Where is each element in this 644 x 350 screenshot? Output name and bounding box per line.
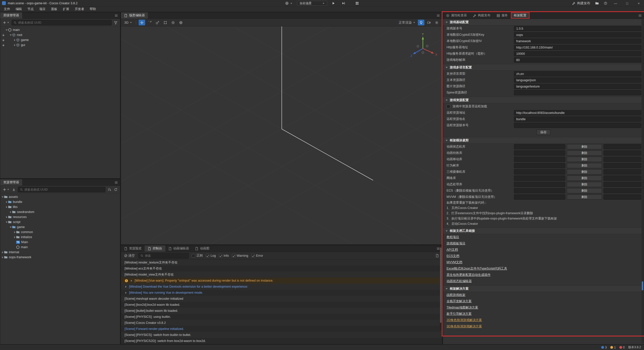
doc-link[interactable]: 全栈开发解决方案	[447, 299, 472, 303]
add-asset-button[interactable]	[2, 187, 10, 192]
chevron-right-icon[interactable]	[13, 44, 16, 47]
menu-item-6[interactable]: 开发者	[72, 7, 87, 12]
prop-input[interactable]: http://192.168.0.150/main/	[514, 45, 641, 50]
doc-link[interactable]: MVVM文档	[447, 260, 462, 265]
assets-search[interactable]	[18, 187, 105, 192]
doc-link[interactable]: ECS文档	[447, 254, 459, 258]
prop-input[interactable]: zh,en	[514, 71, 641, 76]
hierarchy-node-main[interactable]: main	[0, 27, 120, 32]
console-tab-2[interactable]: 动画编辑器	[165, 245, 192, 252]
remote-load-checkbox[interactable]	[447, 105, 450, 108]
console-search-input[interactable]	[145, 254, 187, 257]
doc-link[interactable]: 原生包热更新配置自动生成插件	[447, 273, 491, 277]
lock-icon[interactable]	[2, 34, 5, 36]
step-button[interactable]	[340, 1, 347, 6]
group-header[interactable]: 游戏基础配置	[443, 19, 644, 25]
asset-node-bundle[interactable]: bundle	[0, 199, 120, 204]
doc-link[interactable]: Excel格式转Json文件与TypeScript代码工具	[447, 267, 507, 271]
asset-node-script[interactable]: script	[0, 220, 120, 225]
hierarchy-search-input[interactable]	[18, 21, 110, 24]
help-button[interactable]	[602, 1, 609, 6]
menu-item-4[interactable]: 面板	[48, 7, 60, 12]
chevron-down-icon[interactable]	[445, 66, 448, 69]
inspector-tab-3[interactable]: 框架配置	[511, 12, 530, 19]
inspector-scrollbar[interactable]	[641, 19, 643, 343]
pivot-toggle-button[interactable]	[170, 20, 176, 25]
status-badge-error[interactable]: 0	[619, 346, 625, 349]
inspector-tab-2[interactable]: 服务	[494, 12, 511, 19]
render-mode-select[interactable]: 正常渲染	[397, 20, 417, 25]
delete-module-button[interactable]: 删除	[567, 176, 602, 181]
asset-node-resources[interactable]: resources	[0, 214, 120, 220]
delete-module-button[interactable]: 删除	[567, 144, 602, 149]
chevron-right-icon[interactable]	[13, 231, 16, 234]
scene-settings-button[interactable]	[433, 20, 440, 25]
add-node-button[interactable]	[2, 20, 10, 25]
prop-input[interactable]: 60	[514, 57, 641, 63]
doc-link[interactable]: Tiledmap地图解决方案	[447, 305, 478, 310]
doc-link[interactable]: 新手引导解决方案	[447, 312, 472, 316]
log-row[interactable]: [Scene] meshopt wasm decoder initialized	[121, 296, 442, 302]
panel-menu-icon[interactable]	[636, 12, 644, 19]
lock-icon[interactable]	[2, 39, 5, 41]
lock-icon[interactable]	[2, 44, 5, 47]
delete-module-button[interactable]: 删除	[567, 150, 602, 156]
expand-icon[interactable]	[125, 285, 127, 288]
chevron-down-icon[interactable]	[445, 99, 448, 102]
chevron-down-icon[interactable]	[445, 287, 448, 290]
log-row[interactable]: [Scene] [PHYSICS]: switch from builtin t…	[121, 332, 442, 338]
chevron-down-icon[interactable]	[445, 21, 448, 24]
console-search[interactable]	[138, 253, 189, 258]
delete-module-button[interactable]: 删除	[567, 163, 602, 168]
chevron-right-icon[interactable]	[13, 39, 16, 41]
doc-link[interactable]: 2D角色扮演游戏解决方案	[447, 318, 482, 322]
chevron-down-icon[interactable]	[9, 226, 12, 229]
asset-node-internal[interactable]: internal	[0, 250, 120, 255]
close-button[interactable]: ×	[633, 0, 644, 7]
filter-Log[interactable]: Log	[206, 253, 216, 258]
delete-module-button[interactable]: 删除	[567, 194, 602, 200]
asset-node-common[interactable]: common	[0, 230, 120, 235]
group-header[interactable]: 游戏资源配置	[443, 97, 644, 103]
platform-button[interactable]	[283, 1, 295, 6]
doc-link[interactable]: 战棋游戏框架	[447, 293, 465, 297]
status-badge-info[interactable]: 3	[601, 346, 607, 349]
hierarchy-tab[interactable]: 层级管理器	[0, 12, 22, 19]
open-folder-button[interactable]	[593, 1, 601, 6]
doc-link[interactable]: API文档	[447, 248, 458, 252]
chevron-right-icon[interactable]	[5, 201, 8, 203]
scene-select[interactable]: 当前场景	[297, 1, 327, 6]
coordinate-toggle-button[interactable]	[178, 20, 184, 25]
log-row[interactable]: [Window] model_view文件夹不存在	[121, 272, 442, 278]
inspector-tab-1[interactable]: 构建发布	[470, 12, 494, 19]
chevron-right-icon[interactable]	[9, 211, 12, 213]
collapse-duplicates-button[interactable]	[435, 253, 439, 258]
doc-link[interactable]: 3D角色扮演游戏解决方案	[447, 324, 482, 329]
menu-item-3[interactable]: 项目	[36, 7, 48, 12]
chevron-down-icon[interactable]	[5, 221, 8, 224]
hierarchy-node-root[interactable]: root	[0, 32, 120, 37]
delete-module-button[interactable]: 删除	[567, 169, 602, 174]
log-row[interactable]: [Scene] [PHYSICS]: using builtin.	[121, 314, 442, 320]
log-row[interactable]: [Scene] Cocos Creator v3.8.2	[121, 320, 442, 326]
log-row[interactable]: [Scene] [box2d]:box2d wasm lib loaded.	[121, 302, 442, 308]
assets-tab[interactable]: 资源管理器	[0, 179, 22, 186]
doc-link[interactable]: 游戏模板项目	[447, 241, 465, 246]
group-header[interactable]: 框架解决方案	[443, 285, 644, 292]
doc-link[interactable]: 动画状态机编辑器	[447, 279, 472, 283]
expand-icon[interactable]	[125, 291, 127, 294]
menu-item-5[interactable]: 扩展	[60, 7, 72, 12]
maximize-button[interactable]: □	[622, 0, 632, 7]
delete-module-button[interactable]: 删除	[567, 182, 602, 187]
prop-input[interactable]	[514, 123, 641, 128]
scale-tool-button[interactable]	[154, 20, 161, 25]
filter-Info[interactable]: Info	[219, 253, 229, 258]
log-row[interactable]: [Scene] [bullet]:bullet wasm lib loaded.	[121, 308, 442, 314]
delete-module-button[interactable]: 删除	[567, 188, 602, 193]
projection-3d-toggle[interactable]: 3D	[123, 20, 133, 25]
expand-icon[interactable]	[130, 279, 133, 282]
console-tab-3[interactable]: 动画图	[192, 245, 213, 252]
rect-tool-button[interactable]	[162, 20, 169, 25]
asset-node-main[interactable]: main	[0, 245, 120, 250]
console-scrollbar[interactable]	[440, 247, 442, 330]
